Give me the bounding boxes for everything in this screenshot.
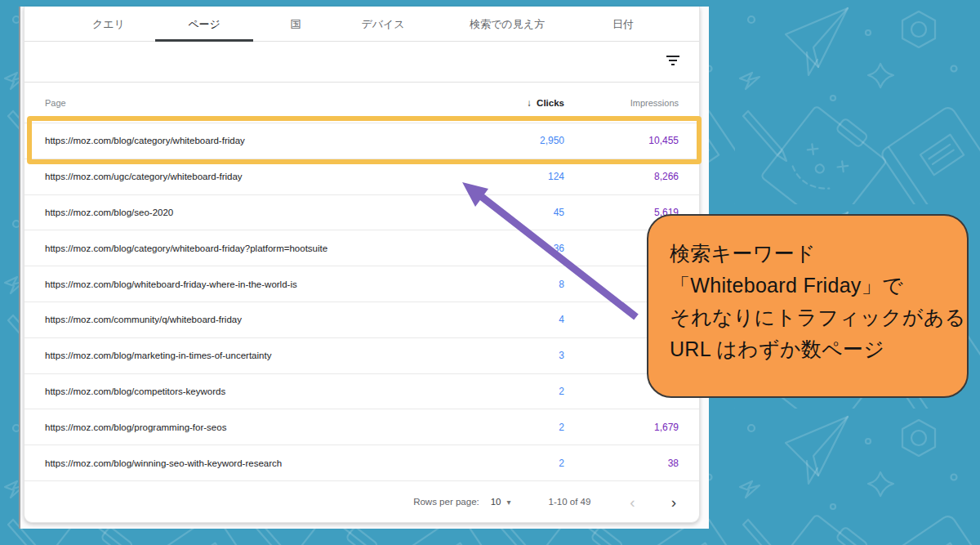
row-page-url[interactable]: https://moz.com/community/q/whiteboard-f… bbox=[45, 315, 425, 324]
row-clicks-value: 36 bbox=[425, 243, 564, 254]
table-row[interactable]: https://moz.com/community/q/whiteboard-f… bbox=[24, 302, 699, 338]
row-clicks-value: 8 bbox=[425, 279, 564, 290]
row-page-url[interactable]: https://moz.com/blog/seo-2020 bbox=[45, 208, 425, 217]
row-page-url[interactable]: https://moz.com/blog/winning-seo-with-ke… bbox=[45, 458, 425, 468]
column-header-clicks[interactable]: ↓Clicks bbox=[425, 98, 564, 108]
pagination-bar: Rows per page: 10 ▾ 1-10 of 49 ‹ › bbox=[24, 481, 699, 523]
row-clicks-value: 2 bbox=[425, 458, 564, 469]
gsc-report-card: クエリページ国デバイス検索での見え方日付 Page ↓Clicks Impres… bbox=[24, 7, 700, 523]
report-tab[interactable]: 検索での見え方 bbox=[438, 7, 577, 42]
table-row[interactable]: https://moz.com/blog/whiteboard-friday-w… bbox=[24, 266, 699, 302]
table-row[interactable]: https://moz.com/blog/competitors-keyword… bbox=[24, 374, 699, 410]
callout-text-line: それなりにトラフィックがある bbox=[670, 302, 956, 333]
table-body: https://moz.com/blog/category/whiteboard… bbox=[24, 123, 699, 481]
pagination-range: 1-10 of 49 bbox=[549, 497, 591, 507]
next-page-icon[interactable]: › bbox=[671, 494, 676, 510]
column-header-clicks-label: Clicks bbox=[537, 98, 564, 108]
report-tab[interactable]: デバイス bbox=[338, 7, 428, 42]
row-page-url[interactable]: https://moz.com/blog/category/whiteboard… bbox=[45, 136, 425, 145]
row-page-url[interactable]: https://moz.com/blog/programming-for-seo… bbox=[45, 422, 425, 432]
row-impressions-value: 38 bbox=[564, 458, 679, 469]
rows-per-page-label: Rows per page: bbox=[413, 497, 479, 507]
row-page-url[interactable]: https://moz.com/blog/whiteboard-friday-w… bbox=[45, 279, 425, 289]
row-clicks-value: 45 bbox=[425, 207, 564, 218]
table-row[interactable]: https://moz.com/blog/winning-seo-with-ke… bbox=[24, 445, 699, 481]
row-page-url[interactable]: https://moz.com/blog/marketing-in-times-… bbox=[45, 351, 425, 360]
row-impressions-value: 8,266 bbox=[564, 171, 679, 182]
gsc-screenshot-panel: クエリページ国デバイス検索での見え方日付 Page ↓Clicks Impres… bbox=[19, 7, 709, 529]
row-clicks-value: 4 bbox=[425, 314, 564, 325]
row-clicks-value: 2 bbox=[425, 386, 564, 397]
rows-per-page-dropdown-icon[interactable]: ▾ bbox=[507, 498, 511, 507]
filter-row bbox=[24, 42, 699, 83]
table-row[interactable]: https://moz.com/blog/category/whiteboard… bbox=[24, 230, 699, 266]
row-page-url[interactable]: https://moz.com/blog/category/whiteboard… bbox=[45, 243, 425, 253]
filter-icon[interactable] bbox=[666, 56, 679, 67]
row-page-url[interactable]: https://moz.com/blog/competitors-keyword… bbox=[45, 386, 425, 396]
tab-bar: クエリページ国デバイス検索での見え方日付 bbox=[24, 7, 699, 42]
row-impressions-value: 1,679 bbox=[564, 422, 679, 433]
report-tab[interactable]: ページ bbox=[155, 7, 253, 42]
row-clicks-value: 2 bbox=[425, 422, 564, 433]
rows-per-page-value[interactable]: 10 bbox=[491, 497, 501, 507]
previous-page-icon[interactable]: ‹ bbox=[630, 494, 635, 510]
table-row[interactable]: https://moz.com/blog/marketing-in-times-… bbox=[24, 338, 699, 374]
sort-descending-icon: ↓ bbox=[527, 98, 532, 108]
column-header-impressions[interactable]: Impressions bbox=[564, 98, 679, 108]
callout-text-line: 検索キーワード bbox=[670, 238, 956, 270]
table-row[interactable]: https://moz.com/blog/seo-2020 45 5,619 bbox=[24, 195, 699, 231]
row-clicks-value: 2,950 bbox=[425, 135, 564, 146]
report-tab[interactable]: 日付 bbox=[586, 7, 660, 42]
callout-text-line: URL はわずか数ページ bbox=[670, 333, 956, 365]
table-row[interactable]: https://moz.com/ugc/category/whiteboard-… bbox=[24, 159, 699, 195]
callout-text-line: 「Whiteboard Friday」で bbox=[670, 270, 956, 302]
table-row[interactable]: https://moz.com/blog/category/whiteboard… bbox=[24, 123, 699, 159]
report-tab[interactable]: 国 bbox=[263, 7, 328, 42]
table-header: Page ↓Clicks Impressions bbox=[24, 83, 699, 123]
table-row[interactable]: https://moz.com/blog/programming-for-seo… bbox=[24, 409, 699, 445]
row-impressions-value: 10,455 bbox=[564, 135, 679, 146]
report-tab[interactable]: クエリ bbox=[72, 7, 145, 42]
row-page-url[interactable]: https://moz.com/ugc/category/whiteboard-… bbox=[45, 172, 425, 181]
column-header-page[interactable]: Page bbox=[45, 98, 425, 108]
row-clicks-value: 3 bbox=[425, 350, 564, 361]
callout-bubble: 検索キーワード「Whiteboard Friday」でそれなりにトラフィックがあ… bbox=[647, 214, 969, 398]
page-background: { "gsc": { "tabs": [ {"label": "クエリ", "a… bbox=[0, 0, 980, 545]
row-clicks-value: 124 bbox=[425, 171, 564, 182]
